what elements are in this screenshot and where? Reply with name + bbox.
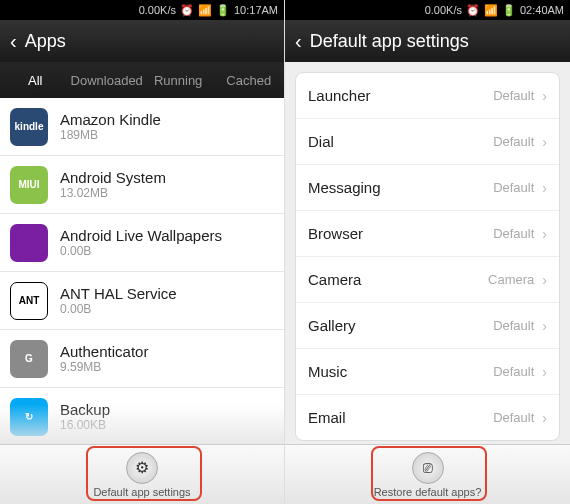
status-bar: 0.00K/s ⏰ 📶 🔋 10:17AM bbox=[0, 0, 284, 20]
setting-name: Email bbox=[308, 409, 493, 426]
app-name: Android Live Wallpapers bbox=[60, 227, 274, 244]
page-title: Default app settings bbox=[310, 31, 469, 52]
tabs: All Downloaded Running Cached bbox=[0, 62, 284, 98]
tab-running[interactable]: Running bbox=[143, 62, 214, 98]
app-icon: kindle bbox=[10, 108, 48, 146]
app-name: Authenticator bbox=[60, 343, 274, 360]
setting-item[interactable]: EmailDefault› bbox=[296, 395, 559, 440]
setting-name: Messaging bbox=[308, 179, 493, 196]
setting-name: Camera bbox=[308, 271, 488, 288]
app-info: Amazon Kindle189MB bbox=[60, 111, 274, 142]
setting-value: Camera bbox=[488, 272, 534, 287]
app-item[interactable]: ↻Backup16.00KB bbox=[0, 388, 284, 444]
restore-icon: ⎚ bbox=[423, 459, 433, 477]
alarm-icon: ⏰ bbox=[466, 4, 480, 17]
app-item[interactable]: kindleAmazon Kindle189MB bbox=[0, 98, 284, 156]
footer-label: Restore default apps? bbox=[374, 486, 482, 498]
setting-name: Music bbox=[308, 363, 493, 380]
signal-icon: 📶 bbox=[198, 4, 212, 17]
app-size: 189MB bbox=[60, 128, 274, 142]
gear-icon: ⚙ bbox=[135, 458, 149, 477]
back-icon[interactable]: ‹ bbox=[295, 30, 310, 53]
setting-value: Default bbox=[493, 410, 534, 425]
setting-item[interactable]: BrowserDefault› bbox=[296, 211, 559, 257]
app-size: 0.00B bbox=[60, 244, 274, 258]
clock: 10:17AM bbox=[234, 4, 278, 16]
app-info: Backup16.00KB bbox=[60, 401, 274, 432]
tab-downloaded[interactable]: Downloaded bbox=[71, 62, 143, 98]
page-title: Apps bbox=[25, 31, 66, 52]
clock: 02:40AM bbox=[520, 4, 564, 16]
status-bar: 0.00K/s ⏰ 📶 🔋 02:40AM bbox=[285, 0, 570, 20]
app-info: Android Live Wallpapers0.00B bbox=[60, 227, 274, 258]
app-icon: ANT bbox=[10, 282, 48, 320]
header: ‹ Default app settings bbox=[285, 20, 570, 62]
app-item[interactable]: MIUIAndroid System13.02MB bbox=[0, 156, 284, 214]
setting-value: Default bbox=[493, 364, 534, 379]
chevron-right-icon: › bbox=[542, 364, 547, 380]
app-name: Amazon Kindle bbox=[60, 111, 274, 128]
settings-card: LauncherDefault›DialDefault›MessagingDef… bbox=[295, 72, 560, 441]
app-item[interactable]: GAuthenticator9.59MB bbox=[0, 330, 284, 388]
app-name: ANT HAL Service bbox=[60, 285, 274, 302]
app-info: Authenticator9.59MB bbox=[60, 343, 274, 374]
app-info: ANT HAL Service0.00B bbox=[60, 285, 274, 316]
setting-value: Default bbox=[493, 88, 534, 103]
app-list[interactable]: kindleAmazon Kindle189MBMIUIAndroid Syst… bbox=[0, 98, 284, 444]
app-size: 16.00KB bbox=[60, 418, 274, 432]
app-name: Backup bbox=[60, 401, 274, 418]
back-icon[interactable]: ‹ bbox=[10, 30, 25, 53]
net-speed: 0.00K/s bbox=[139, 4, 176, 16]
footer: ⎚ Restore default apps? bbox=[285, 444, 570, 504]
setting-item[interactable]: MessagingDefault› bbox=[296, 165, 559, 211]
setting-item[interactable]: MusicDefault› bbox=[296, 349, 559, 395]
setting-item[interactable]: CameraCamera› bbox=[296, 257, 559, 303]
app-size: 0.00B bbox=[60, 302, 274, 316]
chevron-right-icon: › bbox=[542, 318, 547, 334]
chevron-right-icon: › bbox=[542, 88, 547, 104]
app-info: Android System13.02MB bbox=[60, 169, 274, 200]
chevron-right-icon: › bbox=[542, 410, 547, 426]
setting-name: Browser bbox=[308, 225, 493, 242]
app-icon bbox=[10, 224, 48, 262]
alarm-icon: ⏰ bbox=[180, 4, 194, 17]
setting-value: Default bbox=[493, 134, 534, 149]
setting-item[interactable]: DialDefault› bbox=[296, 119, 559, 165]
app-size: 9.59MB bbox=[60, 360, 274, 374]
app-name: Android System bbox=[60, 169, 274, 186]
setting-name: Launcher bbox=[308, 87, 493, 104]
chevron-right-icon: › bbox=[542, 134, 547, 150]
app-icon: G bbox=[10, 340, 48, 378]
setting-name: Dial bbox=[308, 133, 493, 150]
settings-wrap: LauncherDefault›DialDefault›MessagingDef… bbox=[285, 62, 570, 444]
chevron-right-icon: › bbox=[542, 180, 547, 196]
setting-value: Default bbox=[493, 180, 534, 195]
app-item[interactable]: ANTANT HAL Service0.00B bbox=[0, 272, 284, 330]
app-size: 13.02MB bbox=[60, 186, 274, 200]
default-app-settings-button[interactable]: ⚙ bbox=[126, 452, 158, 484]
setting-value: Default bbox=[493, 226, 534, 241]
screen-default-apps: 0.00K/s ⏰ 📶 🔋 02:40AM ‹ Default app sett… bbox=[285, 0, 570, 504]
battery-icon: 🔋 bbox=[502, 4, 516, 17]
screen-apps: 0.00K/s ⏰ 📶 🔋 10:17AM ‹ Apps All Downloa… bbox=[0, 0, 285, 504]
chevron-right-icon: › bbox=[542, 226, 547, 242]
signal-icon: 📶 bbox=[484, 4, 498, 17]
battery-icon: 🔋 bbox=[216, 4, 230, 17]
chevron-right-icon: › bbox=[542, 272, 547, 288]
footer: ⚙ Default app settings bbox=[0, 444, 284, 504]
header: ‹ Apps bbox=[0, 20, 284, 62]
setting-item[interactable]: GalleryDefault› bbox=[296, 303, 559, 349]
tab-cached[interactable]: Cached bbox=[213, 62, 284, 98]
setting-item[interactable]: LauncherDefault› bbox=[296, 73, 559, 119]
setting-name: Gallery bbox=[308, 317, 493, 334]
app-icon: MIUI bbox=[10, 166, 48, 204]
tab-all[interactable]: All bbox=[0, 62, 71, 98]
net-speed: 0.00K/s bbox=[425, 4, 462, 16]
setting-value: Default bbox=[493, 318, 534, 333]
restore-defaults-button[interactable]: ⎚ bbox=[412, 452, 444, 484]
app-item[interactable]: Android Live Wallpapers0.00B bbox=[0, 214, 284, 272]
app-icon: ↻ bbox=[10, 398, 48, 436]
footer-label: Default app settings bbox=[93, 486, 190, 498]
